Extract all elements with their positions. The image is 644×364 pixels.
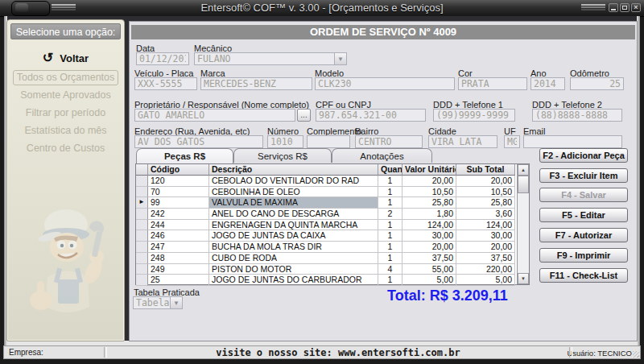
sidebar-item[interactable]: Filtrar por período xyxy=(13,105,118,121)
cidade-input[interactable] xyxy=(428,135,497,148)
email-input[interactable] xyxy=(523,135,622,148)
cell-subtotal[interactable]: 20,00 xyxy=(456,242,515,253)
restore-button[interactable] xyxy=(620,3,630,12)
cell-codigo[interactable]: 248 xyxy=(148,253,209,264)
grid-column-header[interactable]: Quant xyxy=(378,164,402,176)
back-button[interactable]: ↺ Voltar xyxy=(7,49,124,67)
cell-descricao[interactable]: CEBOLAO DO VENTILADOR DO RAD xyxy=(209,176,378,187)
cell-valor[interactable]: 124,00 xyxy=(402,220,456,231)
cell-quant[interactable]: 1 xyxy=(378,275,402,286)
scroll-up-icon[interactable]: ▲ xyxy=(518,164,529,176)
complemento-input[interactable] xyxy=(307,135,350,148)
cell-descricao[interactable]: PISTON DO MOTOR xyxy=(209,264,378,275)
cell-quant[interactable]: 4 xyxy=(378,264,402,275)
cell-subtotal[interactable]: 220,00 xyxy=(456,264,515,275)
minimize-button[interactable] xyxy=(609,3,618,12)
cell-codigo[interactable]: 246 xyxy=(148,230,209,242)
uf-input[interactable] xyxy=(504,135,520,148)
sidebar-item[interactable]: Todos os Orçamentos xyxy=(13,70,118,85)
marca-input[interactable] xyxy=(200,77,312,90)
cell-valor[interactable]: 20,00 xyxy=(402,242,456,253)
cell-valor[interactable]: 55,00 xyxy=(402,264,456,275)
table-row[interactable]: 120CEBOLAO DO VENTILADOR DO RAD120,0020,… xyxy=(136,176,517,187)
table-row[interactable]: 249PISTON DO MOTOR455,00220,00 xyxy=(136,264,517,275)
grid-column-header[interactable]: Código xyxy=(148,164,209,176)
table-row[interactable]: 247BUCHA DA MOLA TRAS DIR120,0020,00 xyxy=(136,242,517,253)
grid-vertical-scrollbar[interactable]: ▲ ▼ xyxy=(517,164,529,284)
cell-subtotal[interactable]: 25,80 xyxy=(456,197,515,209)
cell-descricao[interactable]: CEBOLINHA DE OLEO xyxy=(209,187,378,198)
action-button-excluir-item[interactable]: F3 - Excluir Item xyxy=(539,168,628,183)
grid-column-header[interactable]: Descrição xyxy=(209,164,378,176)
ano-input[interactable] xyxy=(530,77,565,90)
action-button-check-list[interactable]: F11 - Check-List xyxy=(539,268,628,283)
grid-column-header[interactable]: Valor Unitário xyxy=(402,164,456,176)
table-row[interactable]: 70CEBOLINHA DE OLEO110,5010,50 xyxy=(136,187,517,198)
action-button-autorizar[interactable]: F7 - Autorizar xyxy=(539,228,628,242)
action-button-editar[interactable]: F5 - Editar xyxy=(539,208,628,222)
cell-quant[interactable]: 1 xyxy=(378,176,402,187)
table-row[interactable]: 25JOGO DE JUNTAS DO CARBURADOR15,005,00 xyxy=(136,275,517,286)
cell-subtotal[interactable]: 10,50 xyxy=(456,187,515,198)
modelo-input[interactable] xyxy=(315,77,455,90)
telefone1-input[interactable] xyxy=(433,109,515,122)
cell-descricao[interactable]: ENGRENAGEN DA QUINTA MARCHA xyxy=(209,220,378,231)
tab[interactable]: Anotações xyxy=(332,148,432,163)
cell-valor[interactable]: 25,80 xyxy=(402,197,456,209)
cell-descricao[interactable]: BUCHA DA MOLA TRAS DIR xyxy=(209,242,378,253)
cell-quant[interactable]: 1 xyxy=(378,220,402,231)
tab[interactable]: Serviços R$ 1.842,91 xyxy=(233,148,332,163)
table-row[interactable]: ►99VALVULA DE MAXIMA125,8025,80 xyxy=(136,197,517,209)
cell-valor[interactable]: 10,50 xyxy=(402,187,456,198)
action-button-imprimir[interactable]: F9 - Imprimir xyxy=(539,248,628,263)
odometro-input[interactable] xyxy=(570,77,624,90)
cell-valor[interactable]: 30,00 xyxy=(402,230,456,242)
chevron-down-icon[interactable]: ▼ xyxy=(170,297,182,308)
cell-quant[interactable]: 2 xyxy=(378,209,402,220)
cell-valor[interactable]: 20,00 xyxy=(402,176,456,187)
cell-codigo[interactable]: 70 xyxy=(148,187,209,198)
tabela-praticada-combobox[interactable]: Tabela 1 ▼ xyxy=(133,296,183,309)
cell-subtotal[interactable]: 3,60 xyxy=(456,209,515,220)
chevron-down-icon[interactable]: ▼ xyxy=(334,53,346,64)
cell-codigo[interactable]: 99 xyxy=(148,197,209,209)
cell-quant[interactable]: 1 xyxy=(378,230,402,242)
scrollbar-thumb[interactable] xyxy=(518,176,529,193)
proprietario-browse-button[interactable]: ... xyxy=(297,109,311,122)
data-input[interactable] xyxy=(136,52,189,65)
cell-quant[interactable]: 1 xyxy=(378,187,402,198)
cell-codigo[interactable]: 242 xyxy=(148,209,209,220)
telefone2-input[interactable] xyxy=(532,109,622,122)
cell-codigo[interactable]: 120 xyxy=(148,176,209,187)
resize-grip[interactable] xyxy=(633,351,639,358)
cell-subtotal[interactable]: 30,00 xyxy=(456,230,515,242)
table-row[interactable]: 248CUBO DE RODA137,5037,50 xyxy=(136,253,517,264)
cell-subtotal[interactable]: 124,00 xyxy=(456,220,515,231)
scroll-down-icon[interactable]: ▼ xyxy=(518,273,529,284)
sidebar-item[interactable]: Somente Aprovados xyxy=(13,88,118,103)
bairro-input[interactable] xyxy=(355,135,423,148)
cell-subtotal[interactable]: 5,00 xyxy=(456,275,515,286)
table-row[interactable]: 246JOGO DE JUNTAS DA CAIXA130,0030,00 xyxy=(136,230,517,242)
proprietario-input[interactable] xyxy=(134,109,295,122)
cell-codigo[interactable]: 25 xyxy=(148,275,209,286)
cpf-input[interactable] xyxy=(316,109,426,122)
numero-input[interactable] xyxy=(267,135,303,148)
action-button-adicionar-peca[interactable]: F2 - Adicionar Peça xyxy=(539,148,628,163)
cell-descricao[interactable]: VALVULA DE MAXIMA xyxy=(209,197,378,209)
action-button-salvar[interactable]: F4 - Salvar xyxy=(539,188,628,202)
cell-codigo[interactable]: 249 xyxy=(148,264,209,275)
sidebar-item[interactable]: Estatística do mês xyxy=(13,123,118,139)
sidebar-item[interactable]: Centro de Custos xyxy=(13,141,118,156)
close-button[interactable]: × xyxy=(631,3,641,12)
cell-descricao[interactable]: ANEL DO CANO DE DESCARGA xyxy=(209,209,378,220)
cell-valor[interactable]: 1,80 xyxy=(402,209,456,220)
placa-input[interactable] xyxy=(134,77,197,90)
cor-input[interactable] xyxy=(458,77,527,90)
cell-codigo[interactable]: 247 xyxy=(148,242,209,253)
endereco-input[interactable] xyxy=(134,135,263,148)
table-row[interactable]: 242ANEL DO CANO DE DESCARGA21,803,60 xyxy=(136,209,517,220)
cell-subtotal[interactable]: 20,00 xyxy=(456,176,515,187)
cell-codigo[interactable]: 244 xyxy=(148,220,209,231)
mecanico-combobox[interactable]: FULANO ▼ xyxy=(194,52,347,65)
